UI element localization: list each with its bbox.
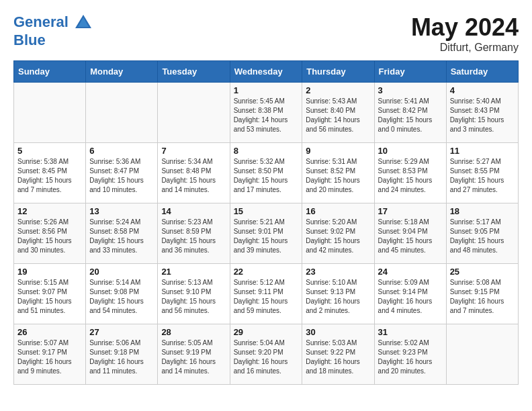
day-info: Sunrise: 5:21 AMSunset: 9:01 PMDaylight:… [234,218,299,255]
day-info: Sunrise: 5:40 AMSunset: 8:43 PMDaylight:… [450,97,515,134]
day-number: 22 [234,267,299,277]
day-number: 3 [378,85,443,95]
calendar-cell: 28Sunrise: 5:05 AMSunset: 9:19 PMDayligh… [158,324,230,385]
day-info: Sunrise: 5:04 AMSunset: 9:20 PMDaylight:… [234,338,299,376]
calendar-cell: 3Sunrise: 5:41 AMSunset: 8:42 PMDaylight… [374,83,446,143]
day-info: Sunrise: 5:03 AMSunset: 9:22 PMDaylight:… [306,338,370,376]
calendar-cell: 20Sunrise: 5:14 AMSunset: 9:08 PMDayligh… [86,264,158,324]
calendar-cell: 6Sunrise: 5:36 AMSunset: 8:47 PMDaylight… [86,143,158,203]
day-info: Sunrise: 5:34 AMSunset: 8:48 PMDaylight:… [161,157,226,195]
day-number: 13 [89,206,154,216]
day-info: Sunrise: 5:43 AMSunset: 8:40 PMDaylight:… [306,97,370,134]
day-number: 29 [234,327,299,337]
day-number: 2 [306,85,370,95]
day-number: 20 [89,267,154,277]
day-info: Sunrise: 5:27 AMSunset: 8:55 PMDaylight:… [450,157,515,195]
day-info: Sunrise: 5:15 AMSunset: 9:07 PMDaylight:… [17,278,82,316]
logo-blue: Blue [13,32,93,48]
calendar-cell: 13Sunrise: 5:24 AMSunset: 8:58 PMDayligh… [86,203,158,264]
weekday-header-sunday: Sunday [14,61,86,83]
weekday-header-friday: Friday [374,61,446,83]
calendar-cell: 26Sunrise: 5:07 AMSunset: 9:17 PMDayligh… [14,324,86,385]
calendar-cell: 9Sunrise: 5:31 AMSunset: 8:52 PMDaylight… [302,143,374,203]
day-info: Sunrise: 5:45 AMSunset: 8:38 PMDaylight:… [234,97,299,134]
logo: General Blue [13,13,93,48]
day-number: 15 [234,206,299,216]
month-title: May 2024 [411,13,519,42]
day-number: 31 [378,327,443,337]
weekday-header-monday: Monday [86,61,158,83]
day-number: 16 [306,206,370,216]
day-info: Sunrise: 5:36 AMSunset: 8:47 PMDaylight:… [89,157,154,195]
logo-text: General [13,13,93,32]
day-number: 4 [450,85,515,95]
calendar-cell: 4Sunrise: 5:40 AMSunset: 8:43 PMDaylight… [446,83,518,143]
location: Ditfurt, Germany [411,42,519,54]
day-number: 11 [450,146,515,156]
weekday-header-wednesday: Wednesday [230,61,302,83]
day-info: Sunrise: 5:29 AMSunset: 8:53 PMDaylight:… [378,157,443,195]
calendar-cell: 31Sunrise: 5:02 AMSunset: 9:23 PMDayligh… [374,324,446,385]
day-number: 21 [161,267,226,277]
calendar-cell: 5Sunrise: 5:38 AMSunset: 8:45 PMDaylight… [14,143,86,203]
day-number: 14 [161,206,226,216]
weekday-header-saturday: Saturday [446,61,518,83]
calendar-cell: 17Sunrise: 5:18 AMSunset: 9:04 PMDayligh… [374,203,446,264]
day-info: Sunrise: 5:06 AMSunset: 9:18 PMDaylight:… [89,338,154,376]
day-number: 17 [378,206,443,216]
day-number: 30 [306,327,370,337]
day-number: 18 [450,206,515,216]
day-info: Sunrise: 5:17 AMSunset: 9:05 PMDaylight:… [450,218,515,255]
calendar-cell: 8Sunrise: 5:32 AMSunset: 8:50 PMDaylight… [230,143,302,203]
day-number: 23 [306,267,370,277]
day-info: Sunrise: 5:24 AMSunset: 8:58 PMDaylight:… [89,218,154,255]
calendar-cell [86,83,158,143]
calendar-cell: 24Sunrise: 5:09 AMSunset: 9:14 PMDayligh… [374,264,446,324]
day-number: 5 [17,146,82,156]
day-info: Sunrise: 5:02 AMSunset: 9:23 PMDaylight:… [378,338,443,376]
calendar-cell: 19Sunrise: 5:15 AMSunset: 9:07 PMDayligh… [14,264,86,324]
calendar-cell: 23Sunrise: 5:10 AMSunset: 9:13 PMDayligh… [302,264,374,324]
day-number: 19 [17,267,82,277]
calendar-cell: 21Sunrise: 5:13 AMSunset: 9:10 PMDayligh… [158,264,230,324]
day-info: Sunrise: 5:13 AMSunset: 9:10 PMDaylight:… [161,278,226,316]
day-info: Sunrise: 5:10 AMSunset: 9:13 PMDaylight:… [306,278,370,316]
day-info: Sunrise: 5:14 AMSunset: 9:08 PMDaylight:… [89,278,154,316]
calendar-cell: 30Sunrise: 5:03 AMSunset: 9:22 PMDayligh… [302,324,374,385]
day-number: 9 [306,146,370,156]
calendar-cell: 14Sunrise: 5:23 AMSunset: 8:59 PMDayligh… [158,203,230,264]
day-number: 1 [234,85,299,95]
day-info: Sunrise: 5:26 AMSunset: 8:56 PMDaylight:… [17,218,82,255]
calendar-cell: 11Sunrise: 5:27 AMSunset: 8:55 PMDayligh… [446,143,518,203]
weekday-header-thursday: Thursday [302,61,374,83]
day-number: 6 [89,146,154,156]
day-info: Sunrise: 5:09 AMSunset: 9:14 PMDaylight:… [378,278,443,316]
day-number: 25 [450,267,515,277]
calendar-cell: 22Sunrise: 5:12 AMSunset: 9:11 PMDayligh… [230,264,302,324]
day-info: Sunrise: 5:12 AMSunset: 9:11 PMDaylight:… [234,278,299,316]
calendar-cell [446,324,518,385]
day-info: Sunrise: 5:07 AMSunset: 9:17 PMDaylight:… [17,338,82,376]
calendar-cell: 2Sunrise: 5:43 AMSunset: 8:40 PMDaylight… [302,83,374,143]
calendar-cell: 1Sunrise: 5:45 AMSunset: 8:38 PMDaylight… [230,83,302,143]
calendar-cell: 16Sunrise: 5:20 AMSunset: 9:02 PMDayligh… [302,203,374,264]
day-number: 7 [161,146,226,156]
day-info: Sunrise: 5:08 AMSunset: 9:15 PMDaylight:… [450,278,515,316]
calendar-cell: 15Sunrise: 5:21 AMSunset: 9:01 PMDayligh… [230,203,302,264]
day-info: Sunrise: 5:18 AMSunset: 9:04 PMDaylight:… [378,218,443,255]
calendar-cell: 18Sunrise: 5:17 AMSunset: 9:05 PMDayligh… [446,203,518,264]
day-number: 12 [17,206,82,216]
weekday-header-tuesday: Tuesday [158,61,230,83]
calendar-cell [14,83,86,143]
title-block: May 2024 Ditfurt, Germany [411,13,519,54]
calendar-cell: 25Sunrise: 5:08 AMSunset: 9:15 PMDayligh… [446,264,518,324]
calendar-cell [158,83,230,143]
day-info: Sunrise: 5:31 AMSunset: 8:52 PMDaylight:… [306,157,370,195]
day-number: 27 [89,327,154,337]
calendar-cell: 10Sunrise: 5:29 AMSunset: 8:53 PMDayligh… [374,143,446,203]
calendar-table: SundayMondayTuesdayWednesdayThursdayFrid… [13,60,519,385]
day-info: Sunrise: 5:41 AMSunset: 8:42 PMDaylight:… [378,97,443,134]
day-number: 28 [161,327,226,337]
day-number: 8 [234,146,299,156]
calendar-cell: 29Sunrise: 5:04 AMSunset: 9:20 PMDayligh… [230,324,302,385]
